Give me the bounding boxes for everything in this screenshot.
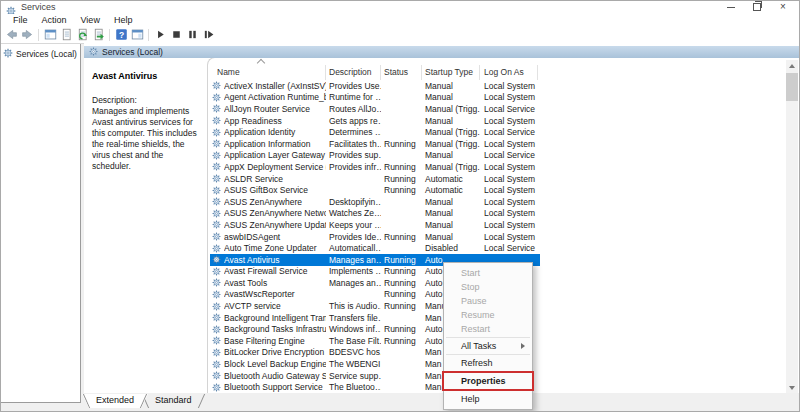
menu-item-properties[interactable]: Properties [444, 373, 532, 389]
menu-action[interactable]: Action [35, 15, 74, 25]
cell-name: Application Identity [224, 127, 326, 137]
table-row[interactable]: Application InformationFacilitates th…Ru… [210, 138, 540, 150]
start-service-button[interactable] [152, 27, 168, 42]
vertical-scrollbar[interactable] [786, 60, 798, 393]
cell-name: Avast Tools [224, 278, 326, 288]
table-row[interactable]: aswbIDSAgentProvides Ide…RunningManualLo… [210, 231, 540, 243]
list-header: NameDescriptionStatusStartup TypeLog On … [210, 63, 538, 80]
stop-service-button[interactable] [168, 27, 184, 42]
table-row[interactable]: AppX Deployment Service (A…Provides infr… [210, 161, 540, 173]
back-button[interactable] [3, 27, 19, 42]
table-row[interactable]: ASUS ZenAnywhereDesktopifyin…ManualLocal… [210, 196, 540, 208]
cell-status: Running [381, 336, 422, 346]
column-header-description[interactable]: Description [326, 65, 381, 80]
show-action-pane-button[interactable] [129, 27, 145, 42]
cell-description: Implements … [326, 266, 381, 276]
cell-status: Running [381, 139, 422, 149]
cell-description: Keeps your … [326, 220, 381, 230]
refresh-button[interactable] [74, 27, 90, 42]
submenu-arrow-icon [521, 343, 525, 349]
table-row[interactable]: ASUS ZenAnywhere UpdaterKeeps your …Manu… [210, 219, 540, 231]
properties-button[interactable] [58, 27, 74, 42]
table-row[interactable]: Auto Time Zone UpdaterAutomaticall…Disab… [210, 242, 540, 254]
column-header-log-on-as[interactable]: Log On As [480, 65, 538, 80]
menu-item-label: Properties [461, 376, 506, 386]
table-row[interactable]: Application Layer Gateway S…Provides sup… [210, 150, 540, 162]
restore-icon [753, 3, 761, 11]
forward-icon [21, 28, 34, 41]
tree-item-services-local[interactable]: Services (Local) [0, 48, 80, 60]
scroll-up-button[interactable] [786, 60, 798, 71]
window-title: Services [21, 2, 56, 12]
table-row[interactable]: Application IdentityDetermines …Manual (… [210, 126, 540, 138]
menu-item-refresh[interactable]: Refresh [444, 356, 532, 370]
close-button[interactable]: × [770, 0, 796, 14]
column-header-name[interactable]: Name [210, 65, 326, 80]
service-gear-icon [212, 244, 221, 253]
view-tab-strip: ExtendedStandard [0, 393, 800, 412]
tab-extended[interactable]: Extended [82, 394, 148, 408]
menu-file[interactable]: File [6, 15, 35, 25]
cell-description: Provides Ide… [326, 232, 381, 242]
column-header-status[interactable]: Status [381, 65, 422, 80]
column-header-startup-type[interactable]: Startup Type [422, 65, 480, 80]
toolbar-separator [38, 29, 39, 41]
restart-service-button[interactable] [200, 27, 216, 42]
cell-name: Application Information [224, 139, 326, 149]
window-controls: × [718, 0, 796, 14]
pause-service-button[interactable] [184, 27, 200, 42]
menu-separator [446, 337, 530, 338]
toolbar-separator [148, 29, 149, 41]
export-list-button[interactable] [90, 27, 106, 42]
help-button[interactable]: ? [113, 27, 129, 42]
column-header-label: Description [329, 67, 372, 77]
cell-description: Gets apps re… [326, 116, 381, 126]
table-row[interactable]: ASUS ZenAnywhere NetworkWatches Ze…Manua… [210, 208, 540, 220]
cell-name: ASUS ZenAnywhere Updater [224, 220, 326, 230]
table-row[interactable]: App ReadinessGets apps re…ManualLocal Sy… [210, 115, 540, 127]
restore-button[interactable] [744, 0, 770, 14]
column-header-label: Log On As [484, 67, 524, 77]
menu-item-all-tasks[interactable]: All Tasks [444, 339, 532, 353]
table-row[interactable]: AllJoyn Router ServiceRoutes AllJo…Manua… [210, 103, 540, 115]
menu-item-start: Start [444, 266, 532, 280]
minimize-icon [727, 7, 735, 8]
cell-name: AllJoyn Router Service [224, 104, 326, 114]
table-row[interactable]: Agent Activation Runtime_b…Runtime for …… [210, 92, 540, 104]
menu-item-help[interactable]: Help [444, 392, 532, 406]
service-gear-icon [212, 81, 221, 90]
service-gear-icon [212, 93, 221, 102]
menu-help[interactable]: Help [107, 15, 140, 25]
cell-status: Running [381, 162, 422, 172]
help-icon: ? [115, 28, 128, 41]
cell-logon: Local System [480, 81, 538, 91]
table-row[interactable]: ActiveX Installer (AxInstSV)Provides Use… [210, 80, 540, 92]
table-row[interactable]: ASLDR ServiceRunningAutomaticLocal Syste… [210, 173, 540, 185]
service-gear-icon [212, 209, 221, 218]
cell-name: Bluetooth Support Service [224, 382, 326, 392]
description-pane: Avast Antivirus Description: Manages and… [84, 58, 207, 393]
scroll-down-button[interactable] [786, 382, 798, 393]
pause-service-icon [186, 28, 199, 41]
menu-view[interactable]: View [74, 15, 107, 25]
scrollbar-thumb[interactable] [786, 73, 798, 101]
cell-description: The Bluetoo… [326, 382, 381, 392]
services-gear-icon [3, 48, 16, 60]
show-console-tree-button[interactable] [42, 27, 58, 42]
tab-standard[interactable]: Standard [141, 394, 206, 408]
service-gear-icon [212, 348, 221, 357]
minimize-button[interactable] [718, 0, 744, 14]
forward-button[interactable] [19, 27, 35, 42]
cell-description: Watches Ze… [326, 208, 381, 218]
cell-name: AvastWscReporter [224, 289, 326, 299]
cell-name: Bluetooth Audio Gateway Se… [224, 371, 326, 381]
table-row[interactable]: ASUS GiftBox ServiceRunningAutomaticLoca… [210, 184, 540, 196]
cell-description: Service supp… [326, 371, 381, 381]
service-gear-icon [212, 232, 221, 241]
cell-startup: Manual [422, 208, 480, 218]
cell-name: Base Filtering Engine [224, 336, 326, 346]
cell-description: Transfers file… [326, 313, 381, 323]
cell-name: Auto Time Zone Updater [224, 243, 326, 253]
cell-startup: Manual (Trigg… [422, 139, 480, 149]
service-gear-icon [212, 290, 221, 299]
